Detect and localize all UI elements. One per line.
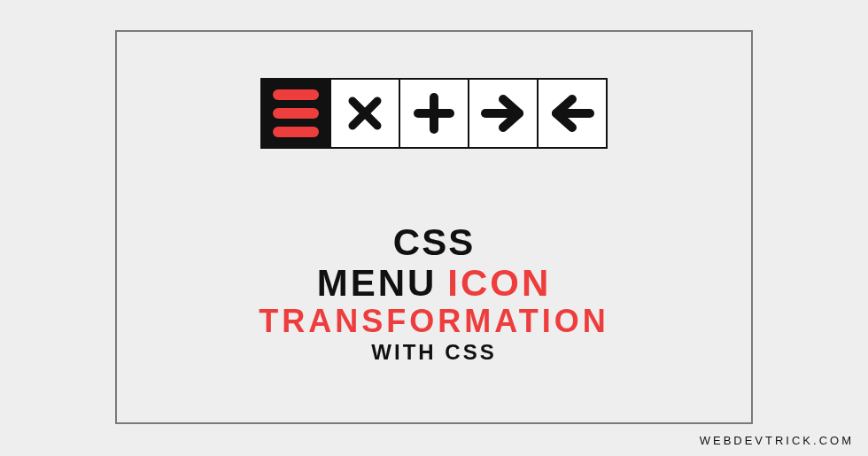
title-line-2a: MENU [317, 262, 438, 304]
arrow-left-icon [549, 92, 595, 135]
title-line-1: CSS [259, 221, 608, 264]
title-block: CSS MENUICON TRANSFORMATION WITH CSS [259, 221, 608, 365]
title-line-4: WITH CSS [259, 340, 608, 365]
arrow-left-icon-box[interactable] [537, 78, 608, 149]
title-line-2: MENUICON [259, 262, 608, 305]
close-icon [344, 92, 386, 135]
watermark: WEBDEVTRICK.COM [700, 434, 854, 447]
close-icon-box[interactable] [329, 78, 400, 149]
plus-icon-box[interactable] [399, 78, 469, 149]
hamburger-icon [273, 89, 319, 137]
plus-icon [413, 92, 455, 135]
arrow-right-icon [480, 92, 526, 135]
title-line-2b: ICON [447, 262, 551, 304]
title-line-3: TRANSFORMATION [259, 303, 608, 340]
arrow-right-icon-box[interactable] [468, 78, 539, 149]
hamburger-icon-box[interactable] [260, 78, 331, 149]
content-frame: CSS MENUICON TRANSFORMATION WITH CSS [115, 30, 753, 424]
icon-row [260, 78, 608, 149]
